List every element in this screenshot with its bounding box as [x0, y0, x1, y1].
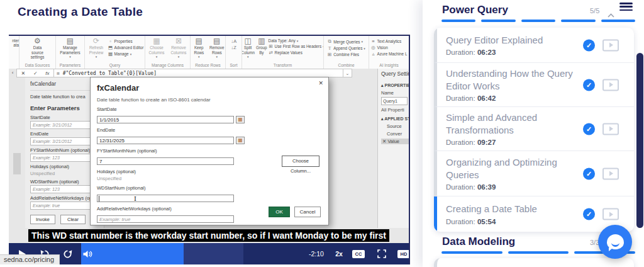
group-label: AI Insights [369, 63, 409, 69]
split-column-button[interactable]: ◫ Split Column ▾ [242, 37, 255, 59]
formula-cancel-icon[interactable]: ✕ [21, 71, 25, 76]
invoke-button[interactable]: Invoke [30, 215, 55, 224]
text-analytics-icon: ≡ [371, 38, 376, 44]
next-lesson-card-partial[interactable] [434, 258, 634, 267]
completed-check-icon: ✓ [583, 123, 595, 135]
quality-button[interactable]: HD [396, 243, 410, 264]
remove-rows-button[interactable]: ▤ Remove Rows ▾ [209, 37, 226, 59]
query-name-input[interactable]: Query1 [381, 97, 408, 105]
video-player[interactable]: nter ata ⚙ Data source settings Data Sou… [9, 35, 410, 264]
keep-rows-button[interactable]: ▤ Keep Rows ▾ [191, 37, 208, 59]
hamburger-menu-icon[interactable] [619, 3, 633, 13]
remove-rows-icon: ▤ [213, 37, 220, 45]
properties-button[interactable]: ▫ Properties [108, 38, 144, 44]
forward-button[interactable] [59, 243, 75, 264]
text-analytics-button[interactable]: ≡ Text Analytics [371, 38, 408, 44]
fx-icon: fx [45, 71, 49, 76]
sort-ascending-button[interactable]: ↓A [231, 38, 236, 44]
video-lesson-icon[interactable] [602, 208, 619, 220]
duration-label: Duration: [446, 139, 475, 146]
lesson-item[interactable]: Simple and Advanced Transformations Dura… [434, 107, 634, 151]
lesson-item[interactable]: Understanding How the Query Editor Works… [434, 63, 634, 107]
group-by-button[interactable]: ▥ Group By [256, 37, 267, 55]
sort-descending-button[interactable]: ↓Z [231, 45, 236, 50]
volume-button[interactable] [79, 243, 96, 264]
video-lesson-icon[interactable] [602, 39, 619, 51]
ok-button[interactable]: OK [269, 207, 290, 217]
chat-launcher-button[interactable] [598, 225, 632, 259]
time-remaining: -2:10 [303, 243, 330, 264]
completed-check-icon: ✓ [583, 208, 595, 220]
section-progress-segments [441, 20, 635, 22]
use-first-row-as-headers-button[interactable]: ⊞ Use First Row as Headers ▾ [269, 43, 324, 49]
lesson-item-active[interactable]: Creating a Date Table Duration: 05:54 ✓ [434, 196, 634, 232]
manage-parameters-button[interactable]: ▤ Manage Parameters ▾ [60, 37, 80, 59]
video-lesson-icon[interactable] [602, 168, 619, 179]
video-lesson-icon[interactable] [602, 79, 619, 91]
data-type-button[interactable]: Data Type: Any ▾ [269, 38, 324, 43]
progress-segment [521, 20, 555, 22]
lesson-item[interactable]: Query Editor Explained Duration: 06:23 ✓ [434, 28, 634, 63]
cancel-button[interactable]: Cancel [294, 207, 321, 217]
dropdown-caret-icon: ▾ [247, 55, 249, 59]
enter-data-button-partial[interactable]: nter ata [9, 36, 19, 69]
append-queries-icon: 𝕋 [327, 45, 332, 51]
close-icon[interactable]: ✕ [318, 80, 323, 86]
chevron-up-icon[interactable] [608, 9, 614, 20]
append-queries-button[interactable]: 𝕋 Append Queries ▾ [327, 45, 365, 51]
clear-button[interactable]: Clear [60, 215, 86, 224]
azure-ml-button[interactable]: ▵ Azure Machine L [371, 51, 408, 57]
formula-expand-icon[interactable]: ⌄ [343, 69, 352, 77]
playback-speed-button[interactable]: 2x [331, 243, 347, 264]
queries-pane-collapsed[interactable] [9, 77, 26, 228]
ribbon-group-combine: ⧉ Merge Queries ▾ 𝕋 Append Queries ▾ ⊞ C… [324, 36, 369, 69]
manage-button[interactable]: ▦ Manage ▾ [108, 51, 144, 57]
fystartmonthnum-input[interactable]: 7 [97, 157, 234, 165]
choose-columns-button[interactable]: ▦ Choose Columns ▾ [147, 37, 167, 59]
caption-text: This WD start number is the workday star… [28, 229, 389, 242]
applied-steps-header[interactable]: ▴ APPLIED ST [381, 116, 409, 122]
properties-icon: ▫ [108, 38, 113, 44]
choose-column-button[interactable]: Choose Column... [282, 156, 319, 167]
progress-segment [481, 20, 515, 22]
all-properties-link[interactable]: All Properti [381, 107, 409, 113]
remove-columns-button[interactable]: ⊠ Remove Columns ▾ [169, 37, 189, 59]
applied-step-selected[interactable]: ✕ Value [381, 139, 409, 144]
applied-step[interactable]: Conver [381, 131, 409, 137]
vision-button[interactable]: ◎ Vision [371, 45, 408, 50]
formula-input[interactable]: = #"Converted to Table"{0}[Value] [54, 69, 343, 77]
replace-values-button[interactable]: ⇄ Replace Values [269, 50, 324, 55]
ribbon-group-manage-columns: ▦ Choose Columns ▾ ⊠ Remove Columns ▾ Ma… [145, 36, 191, 69]
group-label: Query [85, 63, 145, 69]
properties-header[interactable]: ▴ PROPERTIE [381, 83, 409, 88]
group-label: Manage Columns [145, 63, 190, 69]
calendar-picker-icon[interactable]: ▦ [236, 116, 245, 123]
video-lesson-icon[interactable] [602, 123, 619, 135]
sidebar-scrollbar[interactable] [636, 53, 643, 228]
fullscreen-button[interactable] [374, 243, 390, 264]
dropdown-caret-icon: ▾ [130, 52, 132, 56]
startdate-input[interactable]: 1/1/2015 [97, 116, 234, 123]
enddate-input[interactable]: 12/31/2025 [97, 137, 234, 144]
lesson-item[interactable]: Organizing and Optimizing Queries Durati… [434, 151, 634, 196]
combine-files-button[interactable]: ⊞ Combine Files [327, 52, 365, 57]
wdstartnum-input[interactable]: I [97, 195, 234, 202]
dropdown-caret-icon: ▾ [297, 39, 299, 43]
merge-queries-button[interactable]: ⧉ Merge Queries ▾ [327, 38, 365, 45]
advanced-editor-button[interactable]: ⬒ Advanced Editor [108, 45, 144, 50]
progress-played[interactable] [81, 243, 184, 264]
player-controls: -2:10 2x CC HD [9, 243, 409, 264]
refresh-preview-button[interactable]: ⟳ Refresh Preview ▾ [86, 37, 107, 59]
progress-buffered[interactable] [184, 243, 243, 264]
collapse-queries-icon[interactable]: ‹ [9, 69, 16, 77]
section-title: Power Query [442, 4, 508, 16]
captions-button[interactable]: CC [350, 243, 367, 264]
addrelativenetworkdays-input[interactable]: Example: true [97, 215, 234, 223]
holidays-value: Unspecified [97, 176, 321, 181]
data-source-settings-button[interactable]: ⚙ Data source settings [27, 37, 48, 60]
applied-step[interactable]: Source [381, 123, 409, 129]
lesson-title: Organizing and Optimizing Queries [446, 156, 586, 182]
calendar-picker-icon[interactable]: ▦ [236, 137, 245, 144]
ribbon-group-transform: ◫ Split Column ▾ ▥ Group By Data Type: A… [242, 36, 324, 69]
formula-commit-icon[interactable]: ✓ [33, 71, 38, 76]
